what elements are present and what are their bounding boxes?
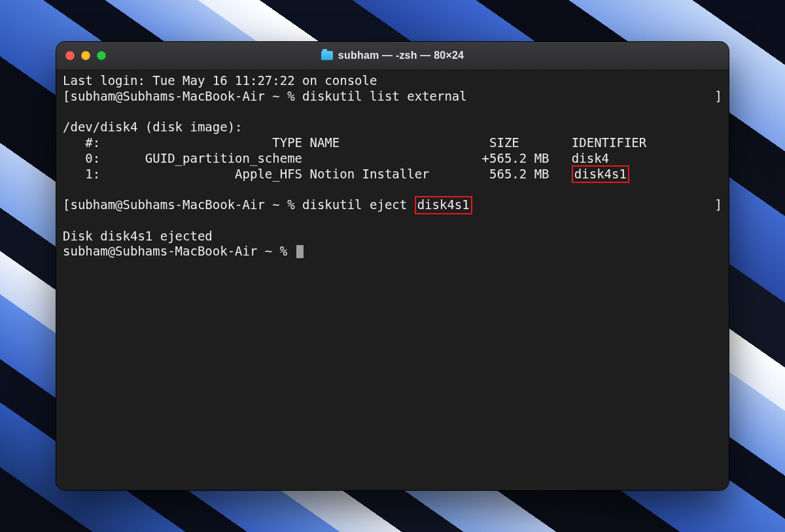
prompt-bracket-right-2: ]: [715, 197, 722, 213]
prompt-bracket-right: ]: [715, 89, 722, 105]
terminal-window: subham — -zsh — 80×24 Last login: Tue Ma…: [56, 42, 729, 490]
zoom-button[interactable]: [97, 51, 106, 60]
last-login-line: Last login: Tue May 16 11:27:22 on conso…: [63, 73, 377, 88]
diskutil-row-0: 0: GUID_partition_scheme +565.2 MB disk4: [63, 151, 609, 165]
eject-result: Disk disk4s1 ejected: [63, 229, 213, 243]
prompt-line-2-prefix: [subham@Subhams-MacBook-Air ~ % diskutil…: [63, 197, 415, 212]
diskutil-row-1-prefix: 1: Apple_HFS Notion Installer 565.2 MB: [63, 167, 572, 181]
terminal-output: Last login: Tue May 16 11:27:22 on conso…: [63, 73, 722, 259]
folder-icon: [321, 51, 333, 60]
disk-header: /dev/disk4 (disk image):: [63, 120, 243, 134]
prompt-line-3: subham@Subhams-MacBook-Air ~ %: [63, 244, 295, 258]
window-controls: [65, 51, 106, 60]
cursor: [296, 245, 304, 258]
window-title: subham — -zsh — 80×24: [338, 50, 464, 61]
minimize-button[interactable]: [81, 51, 90, 60]
prompt-line-1: [subham@Subhams-MacBook-Air ~ % diskutil…: [63, 89, 467, 105]
identifier-highlight: disk4s1: [572, 165, 629, 184]
close-button[interactable]: [65, 51, 75, 60]
diskutil-columns: #: TYPE NAME SIZE IDENTIFIER: [63, 135, 646, 150]
terminal-body[interactable]: Last login: Tue May 16 11:27:22 on conso…: [56, 69, 729, 490]
window-titlebar[interactable]: subham — -zsh — 80×24: [56, 42, 729, 70]
eject-arg-highlight: disk4s1: [415, 196, 472, 214]
